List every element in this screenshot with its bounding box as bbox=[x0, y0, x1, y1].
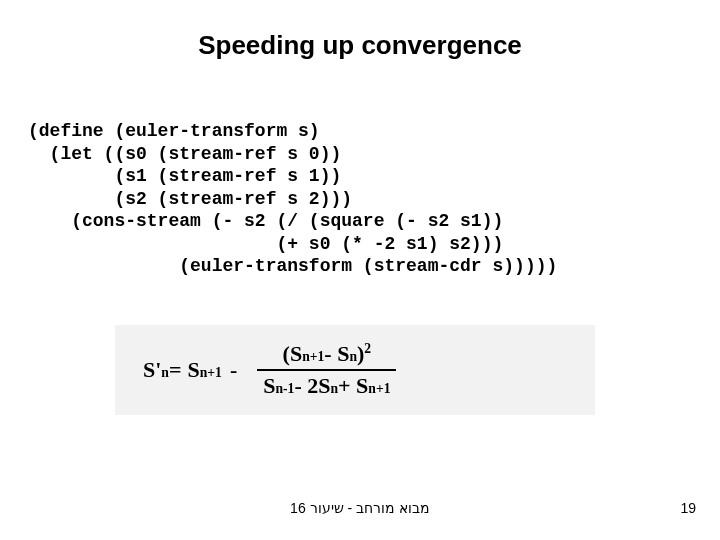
num-close: ) bbox=[357, 341, 364, 367]
den-c: + S bbox=[338, 373, 368, 399]
term-sn1: Sn+1 bbox=[187, 357, 221, 383]
slide-number: 19 bbox=[680, 500, 696, 516]
lhs-base: S' bbox=[143, 357, 161, 383]
eq: = bbox=[169, 357, 182, 383]
fraction: (Sn+1 - Sn)2 Sn-1 - 2Sn + Sn+1 bbox=[257, 339, 396, 401]
denominator: Sn-1 - 2Sn + Sn+1 bbox=[257, 371, 396, 401]
numerator: (Sn+1 - Sn)2 bbox=[277, 339, 378, 369]
slide-title: Speeding up convergence bbox=[0, 30, 720, 61]
num-open: (S bbox=[283, 341, 303, 367]
formula-rhs: Sn+1 - (Sn+1 - Sn)2 Sn-1 - 2Sn + Sn+1 bbox=[187, 339, 396, 401]
num-exp: 2 bbox=[364, 341, 371, 357]
den-a: S bbox=[263, 373, 275, 399]
t1-base: S bbox=[187, 357, 199, 383]
num-mid: - S bbox=[324, 341, 349, 367]
code-block: (define (euler-transform s) (let ((s0 (s… bbox=[28, 120, 557, 278]
den-b: - 2S bbox=[294, 373, 330, 399]
minus: - bbox=[230, 357, 237, 383]
formula: S'n = Sn+1 - (Sn+1 - Sn)2 Sn-1 - 2Sn + S… bbox=[115, 325, 595, 415]
footer-text: מבוא מורחב - שיעור 16 bbox=[0, 500, 720, 516]
formula-lhs: S'n = bbox=[143, 357, 181, 383]
